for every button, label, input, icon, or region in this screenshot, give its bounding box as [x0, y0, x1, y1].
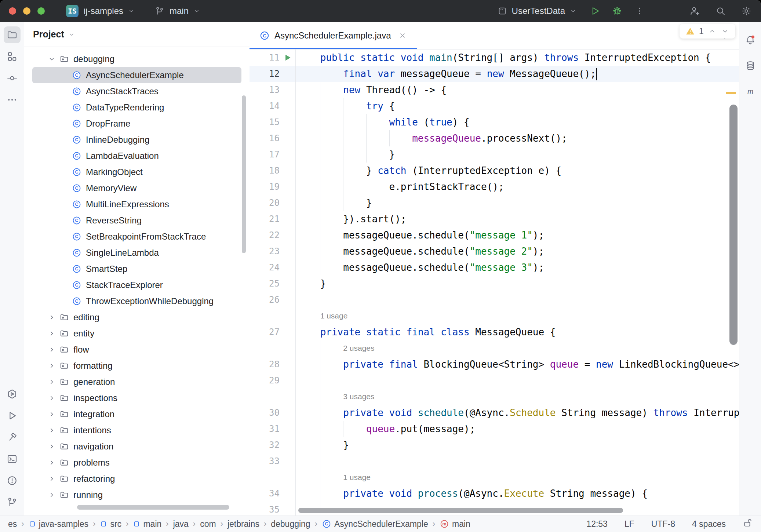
breadcrumb-item-java-samples[interactable]: java-samples	[29, 519, 89, 529]
terminal-tool-button[interactable]	[4, 451, 21, 467]
maven-tool-button[interactable]: m	[742, 83, 759, 100]
tree-item-setbreakpointfromstacktrace[interactable]: CSetBreakpointFromStackTrace	[32, 229, 241, 245]
tree-item-navigation[interactable]: navigation	[32, 438, 241, 455]
tree-item-asyncstacktraces[interactable]: CAsyncStackTraces	[32, 83, 241, 99]
tree-item-stacktraceexplorer[interactable]: CStackTraceExplorer	[32, 277, 241, 293]
code-line-34[interactable]: 34 private void process(@Async.Execute S…	[250, 485, 739, 502]
breadcrumb-item-src[interactable]: src	[100, 519, 121, 529]
code-line-22[interactable]: 22 messageQueue.schedule("message 1");	[250, 227, 739, 243]
usages-inlay-hint[interactable]: 1 usage	[343, 473, 371, 482]
tree-item-markingobject[interactable]: CMarkingObject	[32, 164, 241, 180]
tree-item-debugging[interactable]: debugging	[32, 51, 241, 67]
chev-right-icon[interactable]	[47, 458, 56, 467]
chev-right-icon[interactable]	[47, 442, 56, 451]
tree-item-inspections[interactable]: inspections	[32, 390, 241, 406]
clock-position[interactable]: 12:53	[586, 519, 608, 529]
tree-item-intentions[interactable]: intentions	[32, 422, 241, 438]
chev-down-icon[interactable]	[47, 55, 56, 63]
code-viewport[interactable]: 11 public static void main(String[] args…	[250, 50, 739, 515]
code-line-17[interactable]: 17 }	[250, 146, 739, 163]
breadcrumb-item-java[interactable]: java	[173, 519, 189, 529]
more-actions-button[interactable]	[635, 6, 644, 16]
code-line-28[interactable]: 28 private final BlockingQueue<String> q…	[250, 356, 739, 372]
chev-right-icon[interactable]	[47, 345, 56, 354]
code-line-29[interactable]: 29	[250, 372, 739, 389]
code-line-27[interactable]: 27 private static final class MessageQue…	[250, 324, 739, 340]
settings-button[interactable]	[741, 6, 751, 16]
code-line-33[interactable]: 33	[250, 453, 739, 469]
git-tool-button[interactable]	[4, 494, 21, 511]
prev-problem-button[interactable]	[708, 27, 717, 36]
tree-item-problems[interactable]: problems	[32, 455, 241, 471]
structure-tool-button[interactable]	[4, 48, 21, 65]
code-line-24[interactable]: 24 messageQueue.schedule("message 3");	[250, 259, 739, 276]
tree-vertical-scrollbar[interactable]	[242, 95, 246, 253]
close-icon[interactable]	[398, 31, 407, 40]
code-line-26[interactable]: 26	[250, 292, 739, 308]
tree-item-reversestring[interactable]: CReverseString	[32, 212, 241, 229]
code-line-14[interactable]: 14 try {	[250, 98, 739, 114]
chev-right-icon[interactable]	[47, 313, 56, 322]
usages-inlay-hint[interactable]: 3 usages	[343, 392, 374, 401]
search-everywhere-button[interactable]	[716, 6, 726, 16]
tree-item-formatting[interactable]: formatting	[32, 358, 241, 374]
problems-tool-button[interactable]	[4, 472, 21, 489]
maximize-window-button[interactable]	[37, 7, 45, 15]
more-tools-tool-button[interactable]	[4, 91, 21, 108]
tree-item-editing[interactable]: editing	[32, 309, 241, 325]
chevron-down-icon[interactable]	[569, 7, 577, 15]
next-problem-button[interactable]	[721, 27, 729, 36]
services-tool-button[interactable]	[4, 386, 21, 402]
breadcrumb-item-jetbrains[interactable]: jetbrains	[227, 519, 259, 529]
encoding[interactable]: UTF-8	[651, 519, 675, 529]
code-line-25[interactable]: 25 }	[250, 276, 739, 292]
code-line-20[interactable]: 20 }	[250, 195, 739, 211]
tree-item-memoryview[interactable]: CMemoryView	[32, 180, 241, 196]
run-button[interactable]	[590, 6, 600, 16]
minimize-window-button[interactable]	[23, 7, 30, 15]
code-with-me-button[interactable]	[689, 6, 700, 17]
tree-item-smartstep[interactable]: CSmartStep	[32, 261, 241, 277]
tree-item-entity[interactable]: entity	[32, 325, 241, 342]
code-line-30[interactable]: 30 private void schedule(@Async.Schedule…	[250, 405, 739, 421]
code-line-18[interactable]: 18 } catch (InterruptedException e) {	[250, 163, 739, 179]
project-name[interactable]: ij-samples	[84, 6, 123, 16]
breadcrumb-item-asyncschedulerexample[interactable]: CAsyncSchedulerExample	[322, 519, 428, 529]
project-pane-header[interactable]: Project	[24, 22, 250, 47]
tree-item-running[interactable]: running	[32, 487, 241, 503]
line-separator[interactable]: LF	[625, 519, 634, 529]
usages-inlay-hint[interactable]: 1 usage	[320, 311, 348, 320]
chev-right-icon[interactable]	[47, 329, 56, 338]
gutter-icon-slot[interactable]	[280, 53, 296, 62]
tree-item-flow[interactable]: flow	[32, 342, 241, 358]
tree-item-asyncschedulerexample[interactable]: CAsyncSchedulerExample	[32, 67, 241, 83]
code-line-11[interactable]: 11 public static void main(String[] args…	[250, 50, 739, 66]
chev-right-icon[interactable]	[47, 491, 56, 499]
code-line-16[interactable]: 16 messageQueue.processNext();	[250, 130, 739, 146]
breadcrumb-item-debugging[interactable]: debugging	[271, 519, 310, 529]
build-tool-button[interactable]	[4, 429, 21, 446]
warning-stripe-mark[interactable]	[726, 92, 736, 94]
tree-item-multilineexpressions[interactable]: CMultiLineExpressions	[32, 196, 241, 212]
indent-style[interactable]: 4 spaces	[692, 519, 726, 529]
run-tool-button[interactable]	[4, 407, 21, 424]
editor-horizontal-scrollbar[interactable]	[298, 508, 623, 513]
breadcrumb-item-main[interactable]: mmain	[440, 519, 470, 529]
code-line-21[interactable]: 21 }).start();	[250, 211, 739, 227]
tree-item-dropframe[interactable]: CDropFrame	[32, 116, 241, 132]
readonly-toggle[interactable]	[743, 518, 753, 530]
close-window-button[interactable]	[9, 7, 16, 15]
chev-right-icon[interactable]	[47, 394, 56, 402]
run-config-name[interactable]: UserTestData	[512, 6, 565, 16]
code-line-12[interactable]: 12 final var messageQueue = new MessageQ…	[250, 66, 739, 82]
chev-right-icon[interactable]	[47, 426, 56, 435]
code-line-15[interactable]: 15 while (true) {	[250, 114, 739, 130]
code-line-19[interactable]: 19 e.printStackTrace();	[250, 179, 739, 195]
breadcrumb-item-main[interactable]: main	[133, 519, 161, 529]
tree-horizontal-scrollbar[interactable]	[77, 505, 229, 510]
breadcrumb-item-com[interactable]: com	[200, 519, 216, 529]
chev-right-icon[interactable]	[47, 361, 56, 370]
code-line-13[interactable]: 13 new Thread(() -> {	[250, 82, 739, 98]
chevron-down-icon[interactable]	[128, 7, 135, 15]
tree-item-lambdaevaluation[interactable]: CLambdaEvaluation	[32, 148, 241, 164]
